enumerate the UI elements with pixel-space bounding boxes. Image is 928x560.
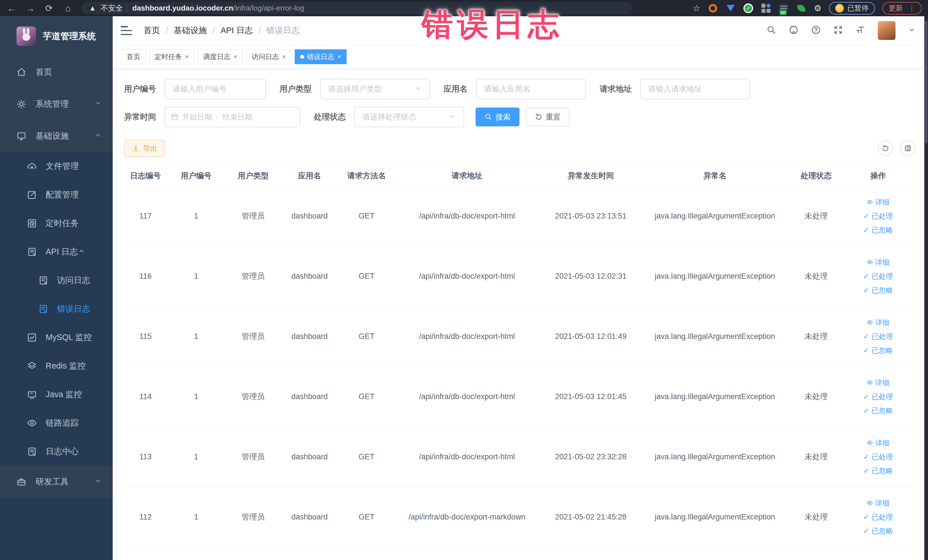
cell-request-url: /api/infra/db-doc/export-html [395,452,539,461]
detail-link[interactable]: 详细 [867,197,890,207]
export-button[interactable]: 导出 [124,140,165,157]
tab-schedule-log[interactable]: 调度日志× [198,49,243,64]
sidebar-item-system[interactable]: 系统管理 [0,88,113,120]
search-icon[interactable] [766,25,776,36]
extension-on-switch-icon[interactable]: on [778,3,789,14]
sidebar-item-file-management[interactable]: 文件管理 [0,152,113,181]
close-icon[interactable]: × [337,53,341,61]
layers-icon [26,361,38,371]
mark-processed-link[interactable]: ✓已处理 [863,452,893,462]
extension-green-check-icon[interactable]: ✓ [743,3,753,14]
tab-access-log[interactable]: 访问日志× [246,49,291,64]
tab-scheduled-jobs[interactable]: 定时任务× [149,49,194,64]
sidebar-item-access-log[interactable]: 访问日志 [0,266,113,295]
exception-time-label: 异常时间 [124,111,156,122]
browser-home-icon[interactable]: ⌂ [63,4,73,13]
mark-ignored-link[interactable]: ✓已忽略 [863,466,893,476]
extension-orange-icon[interactable] [708,3,718,14]
font-size-icon[interactable] [856,25,865,36]
detail-link[interactable]: 详细 [867,498,890,508]
mark-ignored-link[interactable]: ✓已忽略 [863,406,893,415]
screen-icon [26,390,38,400]
main-content: 用户编号 用户类型 请选择用户类型 应用名 请求地址 异常时 [113,69,928,560]
github-icon[interactable] [789,25,798,36]
column-settings-button[interactable] [900,140,916,156]
extension-leaf-icon[interactable] [796,3,806,14]
app-name-input[interactable] [476,79,586,99]
cell-method: GET [338,452,395,461]
paused-badge[interactable]: 已暂停 [829,2,875,15]
log-doc-icon [26,447,38,456]
sidebar-item-mysql-monitor[interactable]: MySQL 监控 [0,323,113,352]
cell-app-name: dashboard [281,392,338,401]
close-icon[interactable]: × [185,53,189,61]
extension-grid-icon[interactable] [761,3,771,14]
sidebar-item-api-log[interactable]: API 日志 [0,238,113,266]
avatar-caret-icon[interactable] [908,26,916,35]
cell-method: GET [338,212,395,221]
cell-request-url: /api/infra/db-doc/export-html [395,392,539,401]
sidebar-item-scheduled-jobs[interactable]: 定时任务 [0,209,113,238]
close-icon[interactable]: × [282,53,286,61]
col-header-request-url: 请求地址 [395,171,539,181]
sidebar-item-tracing[interactable]: 链路追踪 [0,409,113,437]
user-type-select[interactable]: 请选择用户类型 [320,79,430,99]
extension-blue-icon[interactable] [725,3,736,14]
mark-processed-link[interactable]: ✓已处理 [863,272,893,281]
detail-link[interactable]: 详细 [867,438,890,448]
sidebar-item-dev-tools[interactable]: 研发工具 [0,466,113,498]
browser-back-icon[interactable]: ← [6,4,17,13]
sidebar-item-log-center[interactable]: 日志中心 [0,437,113,466]
extensions-puzzle-icon[interactable]: ⚙ [814,3,821,13]
bookmark-star-icon[interactable]: ☆ [693,3,701,13]
update-button[interactable]: 更新 ⋮ [882,2,922,15]
end-date-placeholder: 结束日期 [223,112,252,122]
mark-ignored-link[interactable]: ✓已忽略 [863,346,893,355]
browser-forward-icon[interactable]: → [25,4,35,13]
chevron-down-icon [415,85,422,93]
mark-processed-link[interactable]: ✓已处理 [863,211,893,221]
scrollbar-track[interactable] [924,16,928,560]
mark-processed-link[interactable]: ✓已处理 [863,332,893,341]
detail-link[interactable]: 详细 [867,378,890,388]
detail-link[interactable]: 详细 [867,318,890,327]
sidebar-toggle-icon[interactable] [121,26,132,35]
browser-reload-icon[interactable]: ⟳ [44,4,54,13]
user-id-input[interactable] [165,79,266,99]
breadcrumb-api-log[interactable]: API 日志 [221,25,253,36]
table-row: 114 1 管理员 dashboard GET /api/infra/db-do… [124,366,916,427]
mark-ignored-link[interactable]: ✓已忽略 [863,285,893,295]
user-avatar[interactable] [878,21,896,40]
sidebar-item-error-log[interactable]: 错误日志 [0,295,113,323]
scrollbar-thumb[interactable] [925,21,927,143]
breadcrumb-home[interactable]: 首页 [143,25,160,36]
col-header-method: 请求方法名 [338,171,395,181]
help-icon[interactable] [811,25,821,36]
fullscreen-icon[interactable] [833,25,843,36]
reset-button[interactable]: 重置 [526,108,570,127]
close-icon[interactable]: × [234,53,237,61]
breadcrumb-infrastructure[interactable]: 基础设施 [174,25,207,36]
browser-menu-icon[interactable]: ⋮ [908,4,916,12]
app-logo-row[interactable]: 芋道管理系统 [0,16,113,56]
date-range-picker[interactable]: 开始日期 - 结束日期 [165,107,300,127]
sidebar-item-java-monitor[interactable]: Java 监控 [0,380,113,409]
process-status-select[interactable]: 请选择处理状态 [354,107,464,127]
mark-ignored-link[interactable]: ✓已忽略 [863,526,893,536]
tab-error-log[interactable]: 错误日志× [295,49,346,64]
mark-processed-link[interactable]: ✓已处理 [863,512,893,522]
sidebar-item-redis-monitor[interactable]: Redis 监控 [0,352,113,380]
sidebar-item-config-management[interactable]: 配置管理 [0,181,113,209]
tab-home[interactable]: 首页 [121,49,146,64]
request-url-input[interactable] [640,79,750,99]
search-button[interactable]: 搜索 [476,108,519,127]
chevron-up-icon [95,131,102,141]
refresh-table-button[interactable] [878,140,893,156]
sidebar-item-infrastructure[interactable]: 基础设施 [0,120,113,152]
mark-ignored-link[interactable]: ✓已忽略 [863,225,893,235]
mark-processed-link[interactable]: ✓已处理 [863,392,893,401]
cell-user-id: 1 [167,272,225,281]
edit-icon [26,190,38,200]
sidebar-item-home[interactable]: 首页 [0,56,113,88]
detail-link[interactable]: 详细 [867,258,890,267]
